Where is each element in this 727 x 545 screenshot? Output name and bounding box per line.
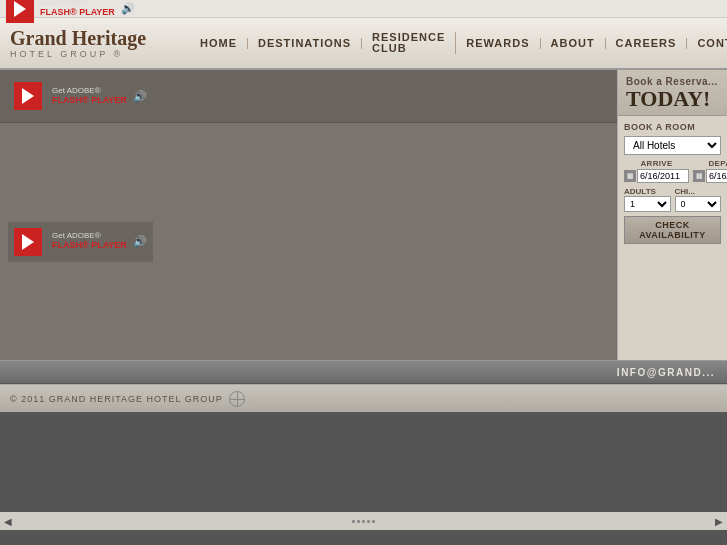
flash-top-adobe: FLASH® PLAYER <box>52 95 127 106</box>
logo-name[interactable]: Grand Heritage <box>10 27 146 49</box>
children-select[interactable]: 0 1 2 <box>675 196 722 212</box>
content-left: Get ADOBE® FLASH® PLAYER 🔊 Get ADOBE® FL… <box>0 70 617 360</box>
flash-icon-main[interactable] <box>14 228 42 256</box>
logo-area: Grand Heritage HOTEL GROUP ® <box>10 27 190 59</box>
check-availability-button[interactable]: Check Availability <box>624 216 721 244</box>
depart-date-input[interactable] <box>706 169 727 183</box>
nav-item-rewards[interactable]: REWARDS <box>456 38 540 49</box>
arrive-date-input[interactable] <box>637 169 689 183</box>
flash-strip-top: Get ADOBE® FLASH® PLAYER 🔊 <box>0 70 617 123</box>
flash-icon[interactable] <box>6 0 34 23</box>
book-header: Book a Reserva... TODAY! <box>618 70 727 116</box>
nav-item-home[interactable]: HOME <box>190 38 248 49</box>
scroll-right-arrow[interactable]: ▶ <box>715 516 723 527</box>
nav-item-careers[interactable]: CAREERS <box>606 38 688 49</box>
main-nav: HOME DESTINATIONS RESIDENCE CLUB REWARDS… <box>190 32 727 54</box>
globe-icon <box>229 391 245 407</box>
adults-children-row: ADULTS 1 2 3 CHI... 0 1 2 <box>624 187 721 212</box>
adults-select[interactable]: 1 2 3 <box>624 196 671 212</box>
site-header: Grand Heritage HOTEL GROUP ® HOME DESTIN… <box>0 18 727 70</box>
browser-scrollbar[interactable]: ◀ ▶ <box>0 512 727 530</box>
nav-item-destinations[interactable]: DESTINATIONS <box>248 38 362 49</box>
book-room-label: BOOK A ROOM <box>624 122 721 132</box>
main-content: Get ADOBE® FLASH® PLAYER 🔊 Get ADOBE® FL… <box>0 70 727 360</box>
nav-item-residence-club[interactable]: RESIDENCE CLUB <box>362 32 456 54</box>
flash-main-speaker: 🔊 <box>133 235 147 248</box>
top-flash-banner: Get ADOBE® FLASH® PLAYER 🔊 <box>0 0 727 18</box>
email-text: INFO@GRAND... <box>617 367 715 378</box>
email-bar: INFO@GRAND... <box>0 360 727 384</box>
scroll-dots <box>352 520 375 523</box>
book-today: TODAY! <box>626 87 719 111</box>
flash-top-get: Get ADOBE® <box>52 87 127 95</box>
flash-main-adobe: FLASH® PLAYER <box>52 240 127 251</box>
depart-cal-icon[interactable]: ▦ <box>693 170 705 182</box>
adults-label: ADULTS <box>624 187 671 196</box>
flash-top-speaker: 🔊 <box>133 90 147 103</box>
scroll-left-arrow[interactable]: ◀ <box>4 516 12 527</box>
hotel-select[interactable]: All Hotels <box>624 136 721 155</box>
flash-main-get: Get ADOBE® <box>52 232 127 240</box>
booking-sidebar: Book a Reserva... TODAY! BOOK A ROOM All… <box>617 70 727 360</box>
arrive-label: ARRIVE <box>640 159 672 168</box>
book-form: BOOK A ROOM All Hotels ARRIVE ▦ DEPART <box>618 116 727 250</box>
bg-fill <box>0 412 727 512</box>
depart-label: DEPART <box>708 159 727 168</box>
footer-copyright: © 2011 GRAND HERITAGE HOTEL GROUP <box>10 394 223 404</box>
nav-item-about[interactable]: ABOUT <box>541 38 606 49</box>
flash-content-area: Get ADOBE® FLASH® PLAYER 🔊 <box>0 123 617 360</box>
children-label: CHI... <box>675 187 722 196</box>
flash-speaker-icon: 🔊 <box>121 2 135 15</box>
site-footer: © 2011 GRAND HERITAGE HOTEL GROUP <box>0 384 727 412</box>
logo-sub: HOTEL GROUP ® <box>10 49 123 59</box>
arrive-cal-icon[interactable]: ▦ <box>624 170 636 182</box>
flash-icon-top[interactable] <box>14 82 42 110</box>
flash-get-text: Get ADOBE® <box>40 0 115 7</box>
flash-adobe-text: FLASH® PLAYER <box>40 7 115 18</box>
nav-item-contact[interactable]: CONT <box>687 38 727 49</box>
